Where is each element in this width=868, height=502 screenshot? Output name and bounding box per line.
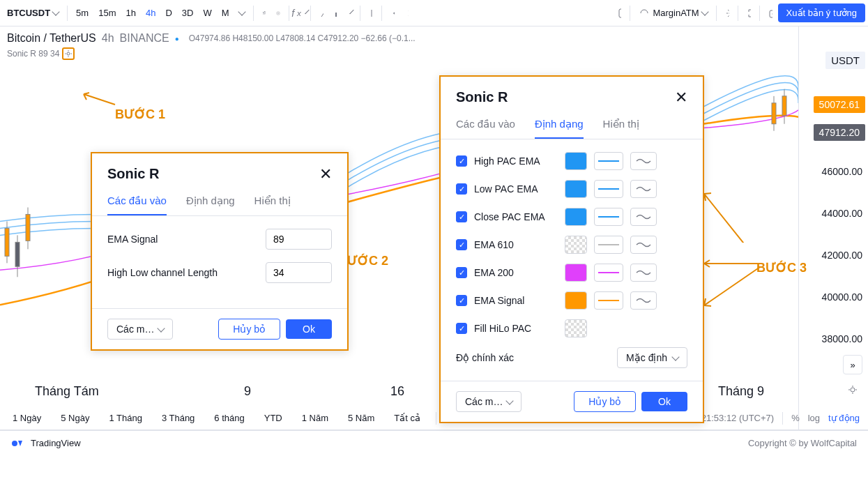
timeframe-label: 4h: [102, 32, 114, 45]
line-style-picker[interactable]: [594, 180, 623, 198]
candle-style-icon[interactable]: [258, 7, 271, 20]
compare-icon[interactable]: [315, 7, 328, 20]
interval-m[interactable]: M: [218, 5, 234, 21]
color-swatch[interactable]: [565, 236, 587, 254]
checkbox[interactable]: ✓: [456, 239, 467, 250]
price-tag-current: 47912.20: [814, 124, 865, 141]
color-swatch[interactable]: [565, 180, 587, 198]
fx-icon[interactable]: fx: [294, 7, 306, 20]
close-icon[interactable]: ✕: [319, 167, 332, 182]
line-style-picker[interactable]: [594, 152, 623, 170]
color-swatch[interactable]: [565, 319, 587, 337]
tab-inputs[interactable]: Các đầu vào: [107, 189, 167, 215]
line-style-picker[interactable]: [594, 208, 623, 226]
color-swatch[interactable]: [565, 291, 587, 310]
publish-button[interactable]: Xuất bản ý tưởng: [778, 3, 865, 22]
camera-icon[interactable]: [764, 7, 777, 20]
svg-rect-16: [15, 242, 20, 266]
color-swatch[interactable]: [565, 264, 587, 282]
log-toggle[interactable]: log: [808, 413, 820, 423]
cancel-button[interactable]: Hủy bỏ: [574, 391, 636, 412]
checkbox[interactable]: ✓: [456, 183, 467, 195]
interval-more[interactable]: [235, 8, 249, 17]
axis-settings-icon[interactable]: [843, 383, 862, 397]
pct-toggle[interactable]: %: [791, 413, 800, 423]
plot-type-picker[interactable]: [630, 208, 657, 226]
range-ytd[interactable]: YTD: [260, 410, 287, 426]
line-style-picker[interactable]: [594, 264, 623, 282]
replay-icon[interactable]: [365, 7, 377, 20]
plot-type-picker[interactable]: [630, 236, 657, 254]
y-tick: 42000.00: [822, 250, 862, 261]
range-5d[interactable]: 5 Ngày: [56, 410, 93, 426]
currency-label: USDT: [825, 52, 865, 69]
color-swatch[interactable]: [565, 208, 587, 226]
range-1d[interactable]: 1 Ngày: [8, 410, 45, 426]
redo-icon[interactable]: [400, 7, 413, 20]
style-row: ✓EMA 200: [456, 264, 687, 282]
indicator-label: Sonic R 89 34: [7, 49, 59, 59]
tab-inputs[interactable]: Các đầu vào: [456, 112, 515, 139]
layout-icon[interactable]: [613, 7, 625, 20]
ok-button[interactable]: Ok: [641, 392, 687, 411]
style-label: Close PAC EMA: [474, 211, 558, 222]
fullscreen-icon[interactable]: [743, 7, 755, 20]
undo-icon[interactable]: [386, 7, 399, 20]
checkbox[interactable]: ✓: [456, 267, 467, 278]
range-all[interactable]: Tất cả: [390, 410, 425, 426]
plot-type-picker[interactable]: [630, 291, 657, 310]
svg-rect-10: [770, 10, 772, 17]
interval-5m[interactable]: 5m: [72, 5, 93, 21]
color-swatch[interactable]: [565, 152, 587, 170]
auto-toggle[interactable]: tự động: [828, 413, 860, 423]
expand-axis-button[interactable]: »: [843, 355, 862, 374]
range-6m[interactable]: 6 tháng: [210, 410, 248, 426]
preset-dropdown[interactable]: Các m…: [107, 319, 173, 340]
add-indicator-icon[interactable]: [272, 7, 284, 20]
ema-signal-input[interactable]: [266, 229, 332, 250]
plot-type-picker[interactable]: [630, 152, 657, 170]
tab-visibility[interactable]: Hiển thị: [603, 112, 639, 139]
range-3m[interactable]: 3 Tháng: [158, 410, 199, 426]
interval-d[interactable]: D: [161, 5, 176, 21]
tab-style[interactable]: Định dạng: [186, 189, 235, 215]
symbol-picker[interactable]: BTCUSDT: [3, 5, 63, 21]
svg-rect-14: [5, 228, 9, 256]
plot-type-picker[interactable]: [630, 264, 657, 282]
settings-icon[interactable]: [721, 7, 733, 20]
checkbox[interactable]: ✓: [456, 211, 467, 222]
interval-w[interactable]: W: [199, 5, 215, 21]
save-layout[interactable]: MarginATM: [634, 5, 711, 22]
range-bar: 1 Ngày 5 Ngày 1 Tháng 3 Tháng 6 tháng YT…: [0, 406, 868, 430]
x-tick: Tháng 9: [718, 384, 764, 399]
indicator-settings-icon[interactable]: [62, 47, 75, 60]
range-1y[interactable]: 1 Năm: [298, 410, 333, 426]
interval-1h[interactable]: 1h: [121, 5, 139, 21]
checkbox[interactable]: ✓: [456, 295, 467, 306]
checkbox[interactable]: ✓: [456, 155, 467, 167]
range-1m[interactable]: 1 Tháng: [105, 410, 146, 426]
close-icon[interactable]: ✕: [675, 90, 687, 105]
ok-button[interactable]: Ok: [286, 319, 332, 339]
time-label: 21:53:12 (UTC+7): [701, 413, 774, 423]
interval-15m[interactable]: 15m: [94, 5, 120, 21]
live-dot-icon: ●: [175, 35, 179, 43]
range-5y[interactable]: 5 Năm: [344, 410, 379, 426]
forecast-icon[interactable]: [329, 7, 342, 20]
tab-visibility[interactable]: Hiển thị: [254, 189, 291, 215]
preset-dropdown[interactable]: Các m…: [456, 391, 521, 412]
line-style-picker[interactable]: [594, 291, 623, 310]
y-tick: 38000.00: [822, 333, 862, 344]
template-icon[interactable]: [343, 7, 356, 20]
high-low-length-input[interactable]: [266, 262, 332, 283]
tab-style[interactable]: Định dạng: [535, 112, 584, 139]
interval-3d[interactable]: 3D: [178, 5, 198, 21]
copyright-label: Copyright © by WolfCapital: [748, 438, 857, 448]
line-style-picker[interactable]: [594, 236, 623, 254]
checkbox[interactable]: ✓: [456, 323, 467, 334]
precision-select[interactable]: Mặc định: [617, 347, 687, 368]
cancel-button[interactable]: Hủy bỏ: [218, 319, 280, 340]
plot-type-picker[interactable]: [630, 180, 657, 198]
exchange-label: BINANCE: [120, 32, 169, 45]
interval-4h[interactable]: 4h: [142, 5, 160, 21]
